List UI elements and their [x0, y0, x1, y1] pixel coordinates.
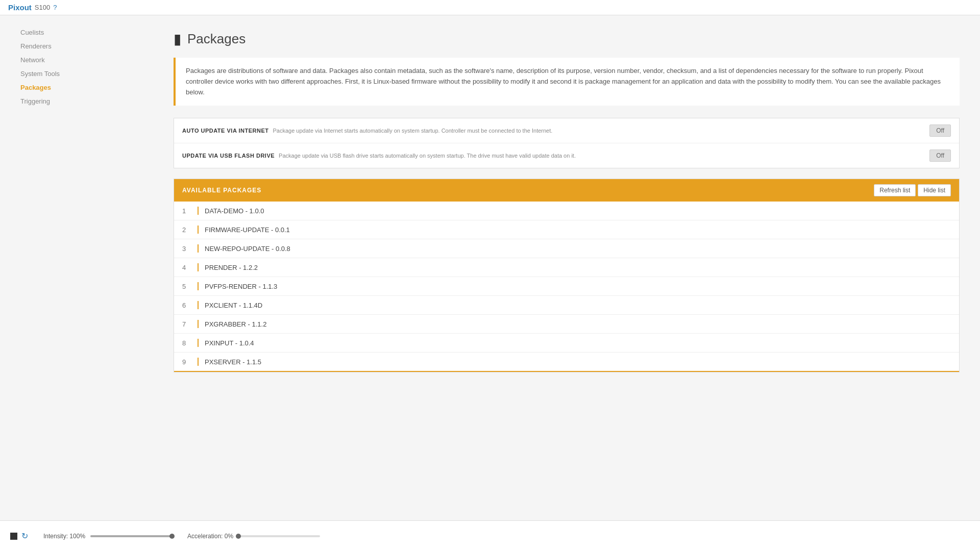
- intensity-slider-fill: [90, 535, 172, 537]
- info-text: Packages are distributions of software a…: [186, 67, 941, 96]
- packages-header: AVAILABLE PACKAGES Refresh list Hide lis…: [174, 179, 959, 202]
- packages-header-title: AVAILABLE PACKAGES: [182, 187, 261, 194]
- sidebar: Cuelists Renderers Network System Tools …: [0, 15, 153, 517]
- table-row: 6 PXCLIENT - 1.1.4D: [174, 296, 959, 315]
- row-divider: [198, 358, 199, 366]
- intensity-slider-track: [90, 535, 172, 537]
- usb-update-row: UPDATE VIA USB FLASH DRIVE Package updat…: [174, 143, 959, 168]
- footer: ↻ Intensity: 100% Acceleration: 0%: [0, 520, 980, 551]
- refresh-icon[interactable]: ↻: [21, 531, 28, 541]
- intensity-control: Intensity: 100%: [43, 533, 172, 540]
- row-divider: [198, 244, 199, 253]
- footer-controls: ↻: [10, 531, 28, 541]
- table-row: 3 NEW-REPO-UPDATE - 0.0.8: [174, 239, 959, 258]
- model-label: S100: [35, 4, 50, 11]
- sidebar-item-network[interactable]: Network: [0, 53, 153, 67]
- usb-update-toggle[interactable]: Off: [929, 149, 951, 162]
- auto-update-desc: Package update via Internet starts autom…: [273, 128, 929, 134]
- row-divider: [198, 282, 199, 290]
- sidebar-item-system-tools[interactable]: System Tools: [0, 67, 153, 81]
- intensity-label: Intensity: 100%: [43, 533, 85, 540]
- acceleration-slider-thumb[interactable]: [236, 534, 241, 539]
- acceleration-slider-track: [238, 535, 320, 537]
- table-row: 2 FIRMWARE-UPDATE - 0.0.1: [174, 220, 959, 239]
- packages-header-buttons: Refresh list Hide list: [874, 184, 951, 196]
- help-icon[interactable]: ?: [53, 4, 57, 11]
- sidebar-item-triggering[interactable]: Triggering: [0, 94, 153, 108]
- row-divider: [198, 226, 199, 234]
- sidebar-item-cuelists[interactable]: Cuelists: [0, 26, 153, 39]
- sidebar-item-packages[interactable]: Packages: [0, 81, 153, 94]
- table-row: 1 DATA-DEMO - 1.0.0: [174, 202, 959, 220]
- hide-list-button[interactable]: Hide list: [918, 184, 951, 196]
- stop-icon[interactable]: [10, 533, 17, 540]
- page-title: Packages: [187, 31, 246, 47]
- auto-update-toggle[interactable]: Off: [929, 124, 951, 137]
- row-divider: [198, 320, 199, 328]
- intensity-slider-thumb[interactable]: [169, 534, 175, 539]
- header: Pixout S100 ?: [0, 0, 980, 15]
- auto-update-row: AUTO UPDATE VIA INTERNET Package update …: [174, 118, 959, 143]
- layout: Cuelists Renderers Network System Tools …: [0, 15, 980, 517]
- packages-section: AVAILABLE PACKAGES Refresh list Hide lis…: [174, 179, 960, 372]
- acceleration-label: Acceleration: 0%: [187, 533, 233, 540]
- table-row: 4 PRENDER - 1.2.2: [174, 258, 959, 277]
- table-row: 9 PXSERVER - 1.1.5: [174, 353, 959, 372]
- auto-update-label: AUTO UPDATE VIA INTERNET: [182, 128, 268, 134]
- row-divider: [198, 339, 199, 347]
- usb-update-label: UPDATE VIA USB FLASH DRIVE: [182, 153, 275, 159]
- table-row: 7 PXGRABBER - 1.1.2: [174, 315, 959, 334]
- acceleration-control: Acceleration: 0%: [187, 533, 320, 540]
- row-divider: [198, 207, 199, 215]
- info-box: Packages are distributions of software a…: [174, 58, 960, 106]
- usb-update-desc: Package update via USB flash drive start…: [279, 153, 929, 159]
- row-divider: [198, 301, 199, 309]
- sidebar-item-renderers[interactable]: Renderers: [0, 39, 153, 53]
- refresh-list-button[interactable]: Refresh list: [874, 184, 916, 196]
- table-row: 8 PXINPUT - 1.0.4: [174, 334, 959, 353]
- row-divider: [198, 263, 199, 271]
- main-content: ▮ Packages Packages are distributions of…: [153, 15, 980, 517]
- page-title-section: ▮ Packages: [174, 31, 960, 47]
- brand-title: Pixout: [8, 3, 32, 12]
- settings-section: AUTO UPDATE VIA INTERNET Package update …: [174, 118, 960, 168]
- packages-icon: ▮: [174, 31, 181, 47]
- table-row: 5 PVFPS-RENDER - 1.1.3: [174, 277, 959, 296]
